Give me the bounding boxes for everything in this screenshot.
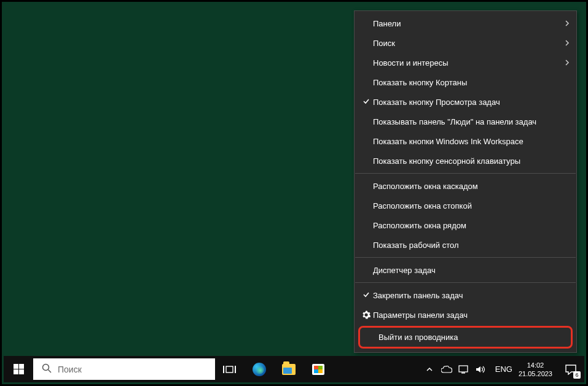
menu-item[interactable]: Выйти из проводника — [360, 328, 571, 347]
start-button[interactable] — [4, 356, 33, 382]
menu-item-label: Диспетчер задач — [373, 266, 560, 275]
taskbar-app-explorer[interactable] — [274, 356, 304, 382]
menu-item[interactable]: Показать кнопку сенсорной клавиатуры — [355, 151, 576, 171]
menu-item[interactable]: Показать рабочий стол — [355, 235, 576, 255]
menu-item[interactable]: Расположить окна каскадом — [355, 176, 576, 196]
menu-item[interactable]: Диспетчер задач — [355, 260, 576, 280]
menu-item-label: Расположить окна каскадом — [373, 182, 560, 191]
edge-icon — [253, 363, 266, 376]
clock[interactable]: 14:02 21.05.2023 — [519, 361, 552, 378]
svg-line-1 — [49, 370, 52, 373]
menu-item[interactable]: Показывать панель "Люди" на панели задач — [355, 112, 576, 131]
menu-item-label: Закрепить панель задач — [373, 291, 560, 300]
taskbar-lang-date[interactable]: ENG 14:02 21.05.2023 — [490, 356, 557, 382]
menu-item-label: Параметры панели задач — [373, 311, 560, 320]
menu-item-label: Показать кнопки Windows Ink Workspace — [373, 137, 560, 146]
menu-separator — [355, 282, 576, 283]
menu-item[interactable]: Панели — [355, 14, 576, 33]
menu-item[interactable]: Поиск — [355, 33, 576, 53]
menu-item-label: Новости и интересы — [373, 58, 560, 68]
taskbar-app-edge[interactable] — [245, 356, 274, 382]
folder-icon — [282, 364, 296, 375]
search-placeholder: Поиск — [58, 365, 82, 374]
notification-badge: 6 — [573, 371, 581, 379]
gear-icon — [359, 311, 373, 319]
tray-overflow-button[interactable] — [424, 364, 435, 375]
time-text: 14:02 — [527, 361, 544, 369]
menu-item-label: Показать кнопку Просмотра задач — [373, 98, 560, 107]
language-indicator[interactable]: ENG — [495, 365, 512, 374]
taskbar-spacer — [333, 356, 420, 382]
chevron-right-icon — [560, 58, 570, 68]
taskbar-app-store[interactable] — [304, 356, 333, 382]
menu-item-label: Поиск — [373, 39, 560, 48]
svg-point-0 — [43, 365, 49, 371]
menu-separator — [355, 173, 576, 174]
tray-volume-icon[interactable] — [476, 364, 487, 375]
menu-item[interactable]: Закрепить панель задач — [355, 285, 576, 305]
menu-item[interactable]: Расположить окна рядом — [355, 215, 576, 235]
taskbar: Поиск ENG 14:02 21.05 — [4, 356, 584, 382]
menu-item-label: Показать кнопку сенсорной клавиатуры — [373, 156, 560, 166]
check-icon — [359, 291, 373, 300]
tray-onedrive-icon[interactable] — [441, 364, 452, 375]
svg-rect-5 — [459, 366, 468, 372]
task-view-icon — [223, 365, 237, 374]
highlighted-menu-item: Выйти из проводника — [358, 326, 573, 349]
system-tray — [420, 356, 490, 382]
chevron-right-icon — [560, 38, 570, 48]
menu-item[interactable]: Показать кнопки Windows Ink Workspace — [355, 131, 576, 151]
menu-separator — [355, 257, 576, 258]
action-center-button[interactable]: 6 — [557, 356, 584, 382]
tray-network-icon[interactable] — [458, 364, 469, 375]
menu-item-label: Расположить окна стопкой — [373, 201, 560, 210]
task-view-button[interactable] — [215, 356, 245, 382]
menu-item[interactable]: Новости и интересы — [355, 53, 576, 72]
date-text: 21.05.2023 — [519, 369, 552, 378]
menu-item[interactable]: Параметры панели задач — [355, 305, 576, 325]
search-icon — [42, 363, 52, 375]
ms-store-icon — [312, 364, 324, 375]
menu-item-label: Показать кнопку Кортаны — [373, 78, 560, 87]
menu-item[interactable]: Расположить окна стопкой — [355, 196, 576, 215]
svg-rect-6 — [461, 372, 465, 374]
menu-item-label: Показывать панель "Люди" на панели задач — [373, 117, 560, 126]
check-icon — [359, 98, 373, 107]
svg-rect-2 — [223, 366, 224, 373]
menu-item[interactable]: Показать кнопку Просмотра задач — [355, 92, 576, 112]
chevron-right-icon — [560, 18, 570, 28]
menu-item[interactable]: Показать кнопку Кортаны — [355, 72, 576, 92]
taskbar-context-menu: ПанелиПоискНовости и интересыПоказать кн… — [354, 10, 577, 353]
menu-item-label: Панели — [373, 19, 560, 28]
menu-item-label: Расположить окна рядом — [373, 221, 560, 230]
menu-item-label: Показать рабочий стол — [373, 241, 560, 250]
svg-rect-4 — [235, 366, 236, 373]
svg-rect-3 — [226, 366, 233, 372]
menu-item-label: Выйти из проводника — [378, 333, 555, 342]
search-input[interactable]: Поиск — [33, 358, 215, 380]
windows-logo-icon — [14, 364, 24, 374]
